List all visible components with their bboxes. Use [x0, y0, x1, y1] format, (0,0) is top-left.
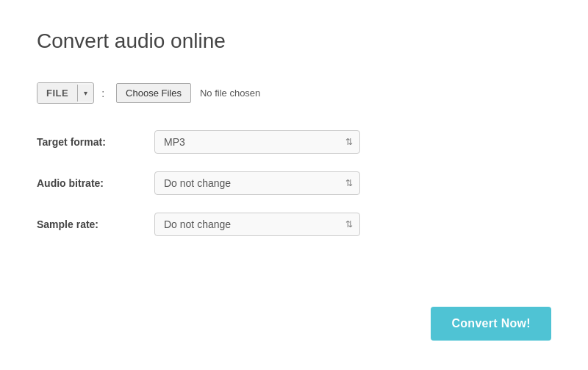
audio-bitrate-row: Audio bitrate: Do not change 64 kbps 128…: [37, 171, 551, 195]
audio-bitrate-select-wrapper[interactable]: Do not change 64 kbps 128 kbps 192 kbps …: [154, 171, 360, 195]
file-colon: :: [101, 88, 104, 99]
target-format-select[interactable]: MP3 AAC OGG WAV FLAC: [154, 130, 360, 154]
audio-bitrate-select[interactable]: Do not change 64 kbps 128 kbps 192 kbps …: [154, 171, 360, 195]
audio-bitrate-label: Audio bitrate:: [37, 177, 154, 189]
target-format-select-wrapper[interactable]: MP3 AAC OGG WAV FLAC: [154, 130, 360, 154]
sample-rate-label: Sample rate:: [37, 218, 154, 230]
target-format-label: Target format:: [37, 136, 154, 148]
sample-rate-row: Sample rate: Do not change 22050 Hz 4410…: [37, 213, 551, 236]
no-file-chosen-text: No file chosen: [200, 88, 260, 99]
file-type-selector[interactable]: FILE ▾: [37, 82, 94, 104]
main-container: Convert audio online FILE ▾ : Choose Fil…: [0, 0, 588, 370]
choose-files-button[interactable]: Choose Files: [116, 83, 191, 103]
page-title: Convert audio online: [37, 29, 551, 53]
convert-now-button[interactable]: Convert Now!: [431, 307, 551, 341]
sample-rate-select-wrapper[interactable]: Do not change 22050 Hz 44100 Hz 48000 Hz: [154, 213, 360, 236]
file-row: FILE ▾ : Choose Files No file chosen: [37, 82, 551, 104]
file-type-dropdown-arrow[interactable]: ▾: [77, 85, 93, 102]
file-type-label: FILE: [37, 83, 77, 103]
target-format-row: Target format: MP3 AAC OGG WAV FLAC: [37, 130, 551, 154]
sample-rate-select[interactable]: Do not change 22050 Hz 44100 Hz 48000 Hz: [154, 213, 360, 236]
